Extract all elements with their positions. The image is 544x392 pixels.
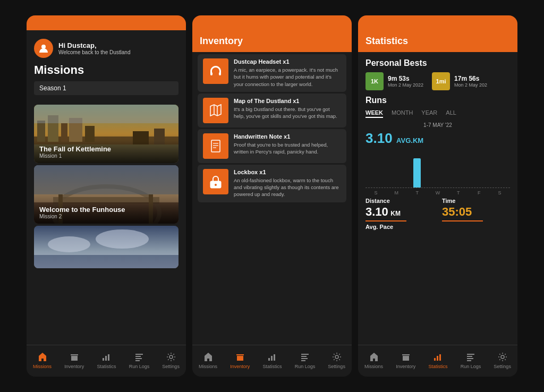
svg-rect-24 (105, 356, 107, 361)
nav-stats-2[interactable]: Statistics (262, 351, 282, 369)
avg-km-value: 3.10 (366, 130, 393, 146)
svg-rect-31 (210, 72, 212, 75)
svg-point-30 (169, 355, 173, 359)
nav-inventory-3[interactable]: Inventory (396, 351, 415, 369)
item-3-desc: Proof that you're to be trusted and help… (234, 141, 341, 156)
tab-all[interactable]: ALL (446, 109, 456, 118)
svg-rect-23 (103, 358, 104, 361)
avg-km-display: 3.10 AVG.KM (366, 130, 510, 147)
personal-bests-section: Personal Bests 1K 9m 53s Mon 2 May 2022 … (366, 58, 510, 90)
greeting-hi: Hi Dustcap, (58, 41, 130, 49)
nav-runlogs-2[interactable]: Run Logs (295, 351, 316, 369)
tab-month[interactable]: MONTH (392, 109, 413, 118)
mission-card-1[interactable]: The Fall of Kettlemine Mission 1 (34, 105, 178, 163)
stats-content: Personal Bests 1K 9m 53s Mon 2 May 2022 … (358, 52, 517, 345)
distance-value: 3.10 (366, 205, 388, 218)
nav-settings-label-1: Settings (162, 364, 180, 369)
svg-rect-43 (301, 354, 309, 355)
missions-title: Missions (34, 63, 178, 77)
pb-1mi-time: 17m 56s (454, 75, 487, 82)
svg-rect-51 (467, 354, 474, 355)
nav-settings-label-2: Settings (328, 364, 345, 369)
tab-year[interactable]: YEAR (421, 109, 437, 118)
svg-point-22 (96, 229, 149, 249)
pb-1k-date: Mon 2 May 2022 (388, 82, 423, 88)
stats-metrics: Distance 3.10 KM Time 35:05 (366, 198, 510, 221)
bottom-nav-1: Missions Inventory (27, 345, 186, 377)
settings-icon-3 (497, 351, 508, 363)
nav-runlogs-1[interactable]: Run Logs (129, 351, 150, 369)
time-metric: Time 35:05 (442, 198, 510, 221)
nav-runlogs-3[interactable]: Run Logs (461, 351, 481, 369)
pb-1k-time: 9m 53s (388, 75, 423, 82)
inventory-screen: Inventory Dustcap Headset x1 A mic, an e… (192, 15, 352, 377)
inventory-item-map[interactable]: Map of The Dustland x1 It's a big Dustla… (198, 93, 346, 127)
nav-settings-2[interactable]: Settings (328, 351, 345, 369)
nav-stats-3[interactable]: Statistics (428, 351, 447, 369)
svg-rect-50 (439, 354, 441, 361)
nav-stats-1[interactable]: Statistics (97, 351, 116, 369)
runlogs-icon-2 (299, 351, 311, 363)
missions-icon-2 (202, 351, 214, 363)
mission-card-3[interactable] (34, 226, 178, 268)
inventory-item-lockbox[interactable]: Lockbox x1 An old-fashioned lockbox, war… (198, 165, 346, 202)
distance-metric: Distance 3.10 KM (366, 198, 434, 221)
nav-settings-3[interactable]: Settings (494, 351, 511, 369)
tab-week[interactable]: WEEK (366, 109, 383, 118)
nav-inventory-label-1: Inventory (64, 364, 84, 369)
svg-rect-10 (34, 105, 178, 123)
svg-rect-29 (135, 360, 140, 361)
inventory-icon-3 (400, 351, 412, 363)
inventory-item-note[interactable]: Handwritten Note x1 Proof that you're to… (198, 129, 346, 163)
runs-section: Runs WEEK MONTH YEAR ALL 1-7 MAY '22 3.1… (366, 96, 510, 230)
nav-inventory-label-2: Inventory (230, 364, 250, 369)
svg-rect-52 (467, 356, 472, 357)
distance-label: Distance (366, 198, 434, 204)
svg-rect-26 (135, 354, 143, 355)
greeting-sub: Welcome back to the Dustland (58, 49, 130, 55)
avg-km-unit: AVG.KM (396, 137, 423, 144)
time-label: Time (442, 198, 510, 204)
svg-rect-53 (467, 358, 473, 359)
svg-rect-33 (211, 140, 220, 152)
nav-missions-label-2: Missions (199, 364, 217, 369)
inventory-icon-1 (69, 351, 80, 363)
svg-rect-40 (268, 358, 270, 361)
nav-missions-1[interactable]: Missions (33, 351, 52, 369)
nav-missions-2[interactable]: Missions (199, 351, 217, 369)
nav-runlogs-label-2: Run Logs (295, 364, 316, 369)
inventory-list: Dustcap Headset x1 A mic, an earpiece, a… (192, 52, 352, 345)
nav-inventory-label-3: Inventory (396, 364, 415, 369)
svg-point-55 (501, 355, 504, 359)
note-icon-box (203, 133, 228, 159)
svg-rect-27 (135, 356, 141, 357)
svg-point-47 (335, 355, 338, 359)
days-chart (366, 151, 510, 188)
time-value: 35:05 (442, 205, 472, 218)
nav-inventory-2[interactable]: Inventory (230, 351, 250, 369)
nav-missions-3[interactable]: Missions (364, 351, 383, 369)
pb-1k-badge: 1K (366, 72, 384, 90)
mission-card-2[interactable]: Welcome to the Funhouse Mission 2 (34, 165, 178, 224)
day-labels: S M T W T F S (366, 190, 510, 195)
svg-rect-25 (108, 354, 109, 361)
top-orange-bar-3 (358, 15, 517, 30)
nav-missions-label-3: Missions (364, 364, 383, 369)
nav-inventory-1[interactable]: Inventory (64, 351, 84, 369)
statistics-screen: Statistics Personal Bests 1K 9m 53s Mon … (358, 15, 517, 377)
svg-rect-46 (301, 360, 305, 361)
svg-rect-49 (437, 356, 438, 361)
nav-settings-1[interactable]: Settings (162, 351, 180, 369)
mission-2-name: Welcome to the Funhouse (39, 206, 173, 214)
inventory-item-headset[interactable]: Dustcap Headset x1 A mic, an earpiece, a… (198, 54, 346, 92)
avg-pace-label: Avg. Pace (366, 224, 510, 230)
svg-rect-7 (85, 126, 95, 142)
svg-rect-20 (34, 255, 178, 268)
week-label: 1-7 MAY '22 (366, 122, 510, 128)
pb-1k-card: 1K 9m 53s Mon 2 May 2022 (366, 72, 423, 90)
nav-stats-label-3: Statistics (428, 364, 447, 369)
svg-rect-48 (434, 358, 436, 361)
pb-1mi-date: Mon 2 May 202 (454, 82, 487, 88)
svg-point-0 (41, 45, 46, 49)
mission-1-name: The Fall of Kettlemine (39, 145, 173, 153)
